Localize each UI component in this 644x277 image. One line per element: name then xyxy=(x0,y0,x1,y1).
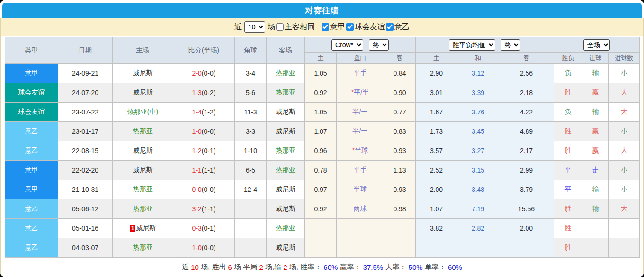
corner-cell: 3-3 xyxy=(235,122,267,141)
fulltime-score: 1-0 xyxy=(192,128,202,135)
ah-line-cell: 平手 xyxy=(337,64,384,83)
near-label: 近 xyxy=(234,22,242,32)
away-team-name[interactable]: 热那亚 xyxy=(276,147,295,154)
subcol-eu-away: 客 xyxy=(499,53,554,64)
home-team-name[interactable]: 热那亚 xyxy=(133,205,153,212)
ah-home-odds-cell xyxy=(305,219,337,238)
home-team-cell: 威尼斯 xyxy=(113,83,173,103)
eu-draw-odds-cell: 3.15 xyxy=(457,161,499,180)
away-team-name[interactable]: 热那亚 xyxy=(276,224,295,232)
corner-cell: 5-6 xyxy=(235,83,267,103)
date-cell: 23-01-17 xyxy=(58,122,113,141)
ah-away-odds-cell xyxy=(384,219,416,238)
home-team-name[interactable]: 威尼斯 xyxy=(133,166,153,173)
goals-result-cell xyxy=(609,219,640,238)
goals-result-cell: 小 xyxy=(609,161,640,180)
ah-home-odds-cell: 0.92 xyxy=(305,83,337,103)
result-cell: 胜 xyxy=(554,238,582,258)
league-type-cell: 意乙 xyxy=(5,122,58,141)
eu-home-odds-cell: 1.07 xyxy=(416,199,457,219)
home-team-name[interactable]: 热那亚 xyxy=(133,243,153,251)
summary-segment: 赢率： xyxy=(338,263,363,272)
fulltime-score: 1-2 xyxy=(192,147,202,155)
games-label: 场 xyxy=(268,22,275,32)
ah-home-odds-cell: 0.92 xyxy=(305,199,337,219)
summary-segment: 大率： xyxy=(383,263,408,272)
away-team-name[interactable]: 威尼斯 xyxy=(276,205,295,212)
friendly-checkbox[interactable] xyxy=(346,23,354,31)
fulltime-score: 3-2 xyxy=(192,205,202,213)
away-team-name[interactable]: 威尼斯 xyxy=(276,185,295,193)
fulltime-score: 1-1 xyxy=(192,166,202,174)
goals-result-cell: 小 xyxy=(609,180,640,199)
summary-segment: 6 xyxy=(228,263,232,271)
away-team-cell: 热那亚 xyxy=(267,83,305,103)
away-team-name[interactable]: 威尼斯 xyxy=(276,127,295,135)
handicap-group-header: Crow* 终 xyxy=(305,37,416,53)
table-row: 意甲 24-09-21 威尼斯 2-0(0-0) 3-4 热那亚 1.05 平手 xyxy=(5,64,640,83)
col-header-home: 主场 xyxy=(113,37,173,64)
score-cell: 0-3(0-1) xyxy=(173,219,235,238)
away-team-name[interactable]: 热那亚 xyxy=(276,166,295,173)
odds-company-select[interactable]: Crow* xyxy=(331,39,363,51)
score-cell: 0-0(0-0) xyxy=(173,180,235,199)
handicap-result-cell xyxy=(582,238,609,258)
fulltime-score: 2-0 xyxy=(192,69,202,77)
corner-cell xyxy=(235,238,267,258)
same-venue-checkbox[interactable] xyxy=(276,23,284,31)
ah-away-odds-cell: 0.98 xyxy=(384,199,416,219)
handicap-result-cell: 输 xyxy=(582,64,609,83)
match-count-select[interactable]: 10 xyxy=(244,21,265,33)
ah-home-odds-cell: 0.96 xyxy=(305,141,337,161)
euro-group-header: 胜平负均值 终 xyxy=(416,37,554,53)
col-header-corner: 角球 xyxy=(235,37,267,64)
handicap-time-select[interactable]: 终 xyxy=(369,39,389,51)
home-team-name[interactable]: 热那亚 xyxy=(133,185,153,193)
eu-home-odds-cell: 2.52 xyxy=(416,161,457,180)
summary-segment: 60% xyxy=(323,263,338,271)
date-cell: 22-02-20 xyxy=(58,161,113,180)
halftime-score: (0-0) xyxy=(202,186,216,193)
home-team-name[interactable]: 威尼斯 xyxy=(133,88,153,96)
away-team-name[interactable]: 威尼斯 xyxy=(276,243,295,251)
eu-draw-odds-cell: 7.19 xyxy=(457,199,499,219)
ah-away-odds-cell: 0.83 xyxy=(384,122,416,141)
ah-home-odds-cell: 1.07 xyxy=(305,122,337,141)
score-cell: 1-0(0-0) xyxy=(173,238,235,258)
result-cell: 负 xyxy=(554,103,582,122)
eu-away-odds-cell: 2.00 xyxy=(499,219,554,238)
eu-away-odds-cell: 4.89 xyxy=(499,122,554,141)
halftime-score: (0-2) xyxy=(202,89,216,96)
home-team-name[interactable]: 热那亚(中) xyxy=(127,108,158,115)
home-team-name[interactable]: 威尼斯 xyxy=(133,69,153,77)
subcol-ah-home: 主 xyxy=(305,53,337,64)
summary-segment: 场,输 xyxy=(263,263,284,272)
serieb-label: 意乙 xyxy=(394,22,410,32)
away-team-name[interactable]: 热那亚 xyxy=(276,88,295,96)
summary-segment: 60% xyxy=(448,263,462,271)
seriea-checkbox[interactable] xyxy=(322,23,329,31)
corner-cell: 1-10 xyxy=(235,141,267,161)
euro-time-select[interactable]: 终 xyxy=(501,39,520,51)
league-type-cell: 意甲 xyxy=(5,180,58,199)
league-type-cell: 球会友谊 xyxy=(5,103,58,122)
subcol-ah-line: 盘口 xyxy=(337,53,384,64)
ah-line-cell xyxy=(337,238,384,258)
ah-home-odds-cell: 0.97 xyxy=(305,180,337,199)
scope-select[interactable]: 全场 xyxy=(583,39,610,51)
serieb-checkbox[interactable] xyxy=(386,23,394,31)
home-team-name[interactable]: 威尼斯 xyxy=(133,147,153,154)
score-cell: 2-0(0-0) xyxy=(173,64,235,83)
summary-footer: 近 10 场, 胜出 6 场,平局 2 场,输 2 场, 胜率： 60% 赢率：… xyxy=(1,258,643,277)
home-team-name[interactable]: 威尼斯 xyxy=(136,224,156,232)
ah-line-cell xyxy=(337,219,384,238)
away-team-name[interactable]: 威尼斯 xyxy=(276,108,295,115)
subcol-eu-home: 主 xyxy=(416,53,457,64)
away-team-cell: 威尼斯 xyxy=(267,238,305,258)
home-team-name[interactable]: 热那亚 xyxy=(133,127,153,135)
col-header-score: 比分(半场) xyxy=(173,37,235,64)
euro-odds-select[interactable]: 胜平负均值 xyxy=(449,39,495,51)
away-team-cell: 威尼斯 xyxy=(267,199,305,219)
ah-away-odds-cell: 0.84 xyxy=(384,64,416,83)
away-team-name[interactable]: 热那亚 xyxy=(276,69,295,77)
